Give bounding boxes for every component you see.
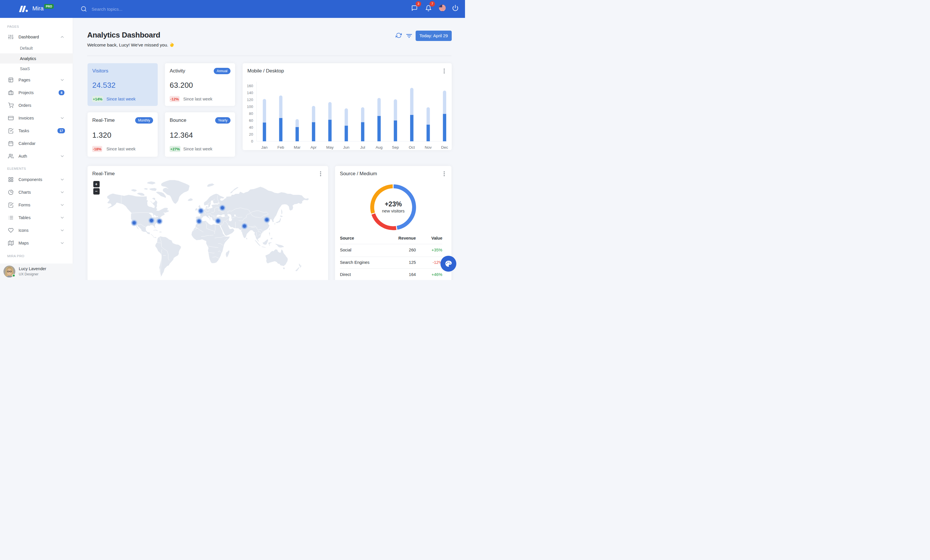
svg-text:Mar: Mar [294, 145, 301, 150]
svg-text:Apr: Apr [311, 145, 317, 150]
svg-text:160: 160 [246, 84, 253, 88]
svg-text:40: 40 [249, 125, 253, 130]
svg-text:Sep: Sep [392, 145, 399, 150]
svg-text:120: 120 [246, 98, 253, 102]
svg-text:80: 80 [249, 111, 253, 116]
svg-text:Aug: Aug [376, 145, 382, 150]
svg-text:0: 0 [251, 139, 253, 143]
svg-text:Jun: Jun [343, 145, 350, 150]
svg-text:20: 20 [249, 132, 253, 137]
svg-text:100: 100 [246, 104, 253, 109]
svg-text:60: 60 [249, 118, 253, 123]
svg-text:140: 140 [246, 91, 253, 95]
svg-text:Jul: Jul [360, 145, 365, 150]
svg-text:Nov: Nov [425, 145, 431, 150]
svg-text:Oct: Oct [409, 145, 415, 150]
svg-text:Jan: Jan [261, 145, 268, 150]
svg-text:Feb: Feb [277, 145, 284, 150]
svg-text:May: May [326, 145, 334, 150]
svg-text:Dec: Dec [441, 145, 448, 150]
